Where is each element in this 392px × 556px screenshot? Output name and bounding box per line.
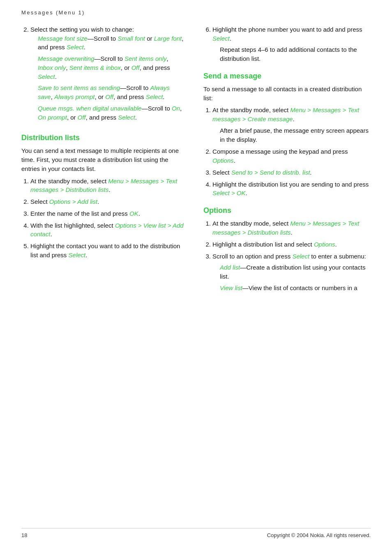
submenu-add-list: Add list—Create a distribution list usin… — [220, 263, 371, 281]
list-item: With the list highlighted, select Option… — [30, 221, 184, 239]
step6-note: Repeat steps 4–6 to add additional conta… — [220, 45, 371, 63]
page: Messages (Menu 1) Select the setting you… — [0, 0, 392, 556]
key-select: Select — [69, 251, 86, 258]
list-item: Highlight the contact you want to add to… — [30, 242, 184, 260]
list-item: Select Options > Add list. — [30, 197, 184, 206]
option-label: Queue msgs. when digital unavailable — [38, 105, 142, 112]
menu-option: Send to > Send to distrib. list — [231, 169, 310, 176]
option-save-sent: Save to sent items as sending—Scroll to … — [38, 83, 184, 102]
list-item: Highlight a distribution list and select… — [212, 240, 371, 249]
send-message-steps: At the standby mode, select Menu > Messa… — [212, 106, 371, 198]
key-select: Select — [212, 35, 230, 42]
option-block: Message font size—Scroll to Small font o… — [38, 34, 184, 122]
dist-lists-heading: Distribution lists — [21, 132, 184, 143]
step-list-left: Select the setting you wish to change: M… — [30, 25, 184, 122]
option-label: Message overwriting — [38, 55, 95, 62]
repeat-note: Repeat steps 4–6 to add additional conta… — [220, 45, 371, 63]
key-options: Options — [212, 157, 234, 164]
right-column: Highlight the phone number you want to a… — [196, 25, 371, 521]
list-item: Highlight the distribution list you are … — [212, 180, 371, 198]
copyright: Copyright © 2004 Nokia. All rights reser… — [267, 532, 371, 540]
list-item: Select Send to > Send to distrib. list. — [212, 168, 371, 177]
options-section: Options At the standby mode, select Menu… — [203, 205, 371, 292]
key-select-ok: Select > OK — [212, 189, 245, 196]
list-item: Compose a message using the keypad and p… — [212, 147, 371, 165]
send-message-heading: Send a message — [203, 71, 371, 81]
list-item: At the standby mode, select Menu > Messa… — [212, 106, 371, 144]
dist-lists-intro: You can send a text message to multiple … — [21, 146, 184, 173]
header-title: Messages (Menu 1) — [21, 9, 85, 16]
list-item: Highlight the phone number you want to a… — [212, 25, 371, 63]
menu-path: Menu > Messages > Text messages > Create… — [212, 106, 359, 122]
option-font-size: Message font size—Scroll to Small font o… — [38, 34, 184, 52]
list-item: At the standby mode, select Menu > Messa… — [30, 177, 184, 195]
key-select: Select — [292, 253, 309, 260]
left-column: Select the setting you wish to change: M… — [21, 25, 196, 521]
option-label: Message font size — [38, 35, 88, 42]
send-message-intro: To send a message to all contacts in a c… — [203, 85, 371, 103]
options-heading: Options — [203, 205, 371, 216]
submenu-items: Add list—Create a distribution list usin… — [220, 263, 371, 292]
distribution-lists-section: Distribution lists You can send a text m… — [21, 132, 184, 259]
menu-option: Options > Add list — [49, 198, 97, 205]
page-header: Messages (Menu 1) — [21, 9, 371, 17]
list-item: Enter the name of the list and press OK. — [30, 209, 184, 218]
menu-path: Menu > Messages > Text messages > Distri… — [30, 178, 177, 194]
list-item: At the standby mode, select Menu > Messa… — [212, 219, 371, 237]
menu-path: Menu > Messages > Text messages > Distri… — [212, 220, 359, 236]
option-queue: Queue msgs. when digital unavailable—Scr… — [38, 104, 184, 122]
step1-note: After a brief pause, the message entry s… — [220, 126, 371, 144]
dist-lists-steps: At the standby mode, select Menu > Messa… — [30, 177, 184, 260]
list-item: Scroll to an option and press Select to … — [212, 252, 371, 293]
key-options: Options — [314, 241, 335, 248]
send-message-section: Send a message To send a message to all … — [203, 71, 371, 198]
page-number: 18 — [21, 532, 27, 540]
step2-intro: Select the setting you wish to change: — [30, 26, 134, 33]
list-item: Select the setting you wish to change: M… — [30, 25, 184, 122]
step-list-right-top: Highlight the phone number you want to a… — [212, 25, 371, 63]
page-footer: 18 Copyright © 2004 Nokia. All rights re… — [21, 528, 371, 540]
option-label: Save to sent items as sending — [38, 84, 120, 91]
menu-option: Options > View list > Add contact — [30, 222, 184, 238]
options-steps: At the standby mode, select Menu > Messa… — [212, 219, 371, 292]
option-overwriting: Message overwriting—Scroll to Sent items… — [38, 54, 184, 81]
submenu-view-list: View list—View the list of contacts or n… — [220, 284, 371, 293]
key-ok: OK — [129, 210, 138, 217]
main-content: Select the setting you wish to change: M… — [21, 25, 371, 521]
